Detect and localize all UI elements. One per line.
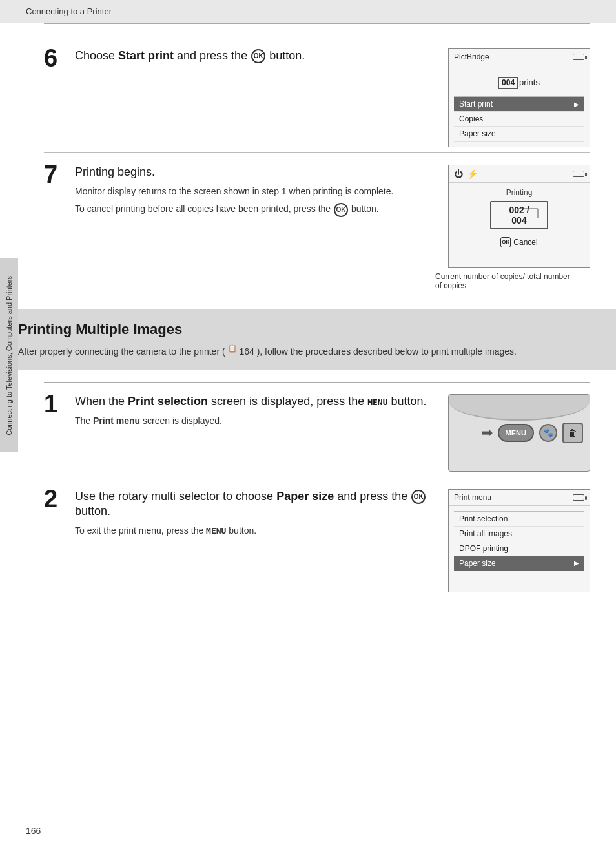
step1-wrapper: 1 When the Print selection screen is dis… [44, 382, 590, 472]
menu-label: Paper size [459, 559, 496, 568]
step7-desc1: Monitor display returns to the screen sh… [75, 185, 422, 198]
step6-title-after: and press the [174, 49, 247, 62]
cancel-label: Cancel [513, 238, 537, 247]
step6-title-end: button. [269, 49, 305, 62]
step6-title-before: Choose [75, 49, 118, 62]
prints-count: 004 [498, 77, 518, 89]
menu-label-inline: MENU [367, 397, 387, 407]
trash-btn-mockup: 🗑 [562, 423, 583, 443]
ok-icon: OK [251, 49, 265, 63]
screen-title: PictBridge [454, 52, 489, 61]
step6-title: Choose Start print and press the OK butt… [75, 48, 435, 63]
menu-item-print-selection: Print selection [454, 512, 584, 527]
info-ref-icon: 📋 [228, 344, 237, 352]
menu-item-start-print: Start print ▶ [454, 97, 584, 112]
step2-wrapper: 2 Use the rotary multi selector to choos… [44, 477, 590, 592]
menu-label: Print all images [459, 529, 512, 538]
pictbridge-menu: Start print ▶ Copies Paper size [454, 96, 584, 142]
printing-body: Printing 002 / 004 OK Cancel [449, 183, 590, 253]
flash-icon: ⚡ [467, 169, 478, 179]
print-menu-body: Print selection Print all images DPOF pr… [449, 506, 590, 576]
step6-row: Choose Start print and press the OK butt… [75, 48, 590, 147]
step1-desc: The Print menu screen is displayed. [75, 414, 435, 428]
menu-item-paper-size-2: Paper size ▶ [454, 556, 584, 571]
section-subtitle: After properly connecting the camera to … [18, 343, 616, 359]
menu-item-copies: Copies [454, 112, 584, 127]
ok-small-icon: OK [500, 237, 511, 247]
step7-content: Printing begins. Monitor display returns… [75, 165, 422, 221]
screen-header: PictBridge [449, 49, 590, 65]
prints-label: prints [519, 78, 540, 87]
camera-arc [449, 394, 590, 421]
step7-title: Printing begins. [75, 165, 422, 180]
cancel-row: OK Cancel [454, 237, 584, 247]
step7-desc2: To cancel printing before all copies hav… [75, 202, 422, 216]
small-btn-mockup: 🐾 [539, 424, 557, 442]
power-icon: ⏻ [454, 169, 463, 179]
camera-btn-area: ➡ MENU 🐾 🗑 [481, 423, 583, 443]
header-title: Connecting to a Printer [26, 6, 112, 16]
step1-divider [44, 382, 590, 383]
sidebar: Connecting to Televisions, Computers and… [0, 258, 18, 452]
step7-number: 7 [44, 162, 75, 187]
prints-count-area: 004prints [454, 70, 584, 96]
step2-desc: To exit the print menu, press the MENU b… [75, 524, 435, 538]
screen-body: 004prints Start print ▶ Copies Paper siz… [449, 65, 590, 147]
step1-block: 1 When the Print selection screen is dis… [44, 394, 590, 472]
step7-desc2-before: To cancel printing before all copies hav… [75, 204, 331, 214]
print-menu-title: Print menu [454, 493, 491, 502]
menu-item-label: Start print [459, 100, 493, 109]
step2-content: Use the rotary multi selector to choose … [75, 489, 435, 542]
menu-label: Print selection [459, 514, 508, 523]
main-content: 6 Choose Start print and press the OK bu… [18, 23, 616, 624]
section-title: Printing Multiple Images [18, 321, 616, 338]
step7-block: 7 Printing begins. Monitor display retur… [44, 153, 590, 290]
step1-content: When the Print selection screen is displ… [75, 394, 435, 432]
step6-content: Choose Start print and press the OK butt… [75, 48, 435, 68]
menu-item-label: Copies [459, 114, 483, 123]
sidebar-text: Connecting to Televisions, Computers and… [5, 276, 13, 435]
menu-button-mockup: MENU [498, 424, 534, 442]
section-wrapper: Printing Multiple Images After properly … [18, 309, 616, 370]
right-arrow-icon: ➡ [481, 424, 493, 441]
annotation-arrow [454, 196, 583, 222]
menu-arrow: ▶ [574, 101, 579, 108]
menu-item-paper-size: Paper size [454, 127, 584, 142]
menu-item-dpof: DPOF printing [454, 541, 584, 556]
top-header: Connecting to a Printer [0, 0, 616, 23]
step2-row: Use the rotary multi selector to choose … [75, 489, 590, 592]
step6-block: 6 Choose Start print and press the OK bu… [44, 36, 590, 147]
print-menu-header: Print menu [449, 490, 590, 506]
print-menu-screen: Print menu Print selection Print all ima… [448, 489, 590, 592]
section-title-block: Printing Multiple Images After properly … [0, 309, 616, 370]
printing-screen-header: ⏻ ⚡ [449, 165, 590, 183]
menu-arrow-2: ▶ [574, 560, 579, 567]
step7-desc2-after: button. [351, 204, 379, 214]
step2-title: Use the rotary multi selector to choose … [75, 489, 435, 519]
step6-number: 6 [44, 46, 75, 70]
step1-row: When the Print selection screen is displ… [75, 394, 590, 472]
print-menu-list: Print selection Print all images DPOF pr… [454, 511, 584, 571]
step7-screen-area: ⏻ ⚡ Printing 002 / 0 [435, 165, 590, 290]
battery-icon-2 [573, 171, 584, 177]
printing-icons: ⏻ ⚡ [454, 169, 478, 179]
step2-number: 2 [44, 487, 75, 511]
menu-label-inline2: MENU [206, 526, 226, 536]
battery-icon [573, 54, 584, 60]
printing-screen: ⏻ ⚡ Printing 002 / 0 [448, 165, 590, 268]
step6-divider [44, 23, 590, 24]
ok-icon-2: OK [334, 203, 348, 217]
page-number: 166 [26, 826, 41, 836]
step1-number: 1 [44, 392, 75, 416]
menu-item-label: Paper size [459, 129, 496, 138]
step7-row: Printing begins. Monitor display returns… [75, 165, 590, 290]
step1-title: When the Print selection screen is displ… [75, 394, 435, 409]
step2-block: 2 Use the rotary multi selector to choos… [44, 477, 590, 592]
annotation-text: Current number of copies/ total number o… [435, 272, 577, 290]
counter-area: 002 / 004 [454, 201, 584, 237]
menu-label: DPOF printing [459, 544, 508, 553]
camera-buttons-mockup: ➡ MENU 🐾 🗑 [448, 394, 590, 472]
menu-item-print-all: Print all images [454, 527, 584, 541]
battery-icon-3 [573, 494, 584, 501]
pictbridge-screen: PictBridge 004prints Start print ▶ Copie… [448, 48, 590, 147]
